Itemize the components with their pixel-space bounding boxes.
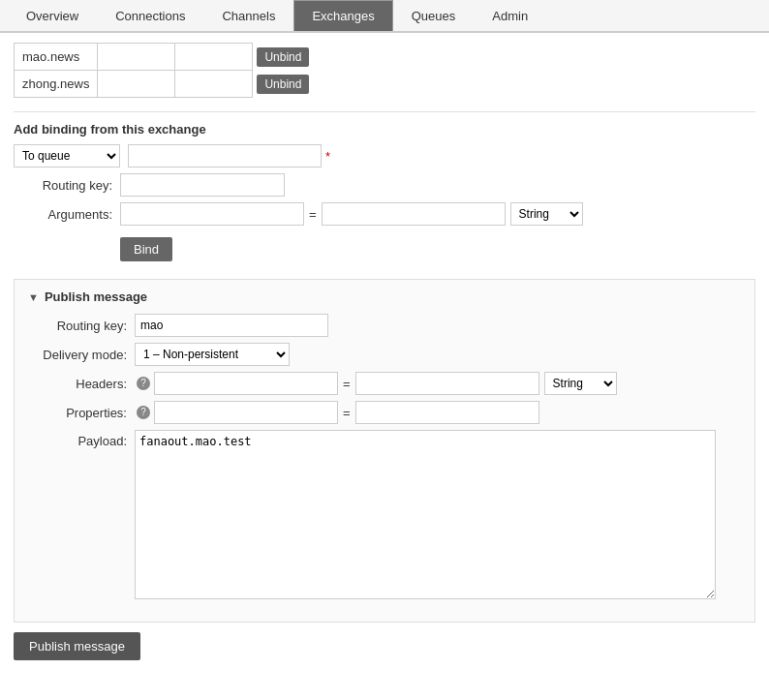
tab-queues[interactable]: Queues xyxy=(393,0,475,31)
tab-channels[interactable]: Channels xyxy=(203,0,293,31)
tab-overview[interactable]: Overview xyxy=(8,0,97,31)
publish-routing-key-row: Routing key: xyxy=(28,314,741,337)
headers-help-icon: ? xyxy=(137,377,150,390)
collapse-icon: ▼ xyxy=(28,291,39,303)
publish-headers-equals: = xyxy=(343,377,351,391)
tab-connections[interactable]: Connections xyxy=(97,0,203,31)
publish-section: ▼ Publish message Routing key: Delivery … xyxy=(14,279,755,623)
publish-headers-row: Headers: ? = String xyxy=(28,372,741,395)
publish-headers-value-input[interactable] xyxy=(355,372,539,395)
unbind-button-zhong[interactable]: Unbind xyxy=(257,75,309,94)
publish-properties-value-input[interactable] xyxy=(355,401,539,424)
publish-delivery-mode-select[interactable]: 1 – Non-persistent 2 – Persistent xyxy=(135,343,290,366)
arguments-type-select[interactable]: String xyxy=(510,202,583,226)
tab-admin[interactable]: Admin xyxy=(474,0,546,31)
publish-routing-key-input[interactable] xyxy=(135,314,328,337)
publish-properties-equals: = xyxy=(343,406,351,420)
equals-sign: = xyxy=(309,207,317,222)
publish-payload-row: Payload: xyxy=(28,430,741,602)
binding-col3-zhong xyxy=(175,71,253,98)
publish-headers-label: Headers: xyxy=(28,377,135,391)
binding-col2-mao xyxy=(98,44,175,71)
publish-payload-textarea[interactable] xyxy=(135,430,716,599)
publish-delivery-mode-label: Delivery mode: xyxy=(28,348,135,362)
publish-headers-type-select[interactable]: String xyxy=(544,372,617,395)
bind-button[interactable]: Bind xyxy=(120,237,172,261)
required-star: * xyxy=(325,149,330,164)
publish-section-label: Publish message xyxy=(45,289,147,304)
binding-col2-zhong xyxy=(98,71,175,98)
nav-tabs: Overview Connections Channels Exchanges … xyxy=(0,0,769,33)
publish-message-button[interactable]: Publish message xyxy=(14,632,140,660)
arguments-value-input[interactable] xyxy=(322,202,506,226)
binding-name-zhong: zhong.news xyxy=(15,71,98,98)
to-queue-row: To queue To exchange * xyxy=(14,144,755,167)
payload-container xyxy=(135,430,716,602)
publish-payload-label: Payload: xyxy=(28,430,135,448)
bindings-table: mao.news Unbind zhong.news Unbind xyxy=(14,43,330,98)
routing-key-label: Routing key: xyxy=(14,178,120,193)
publish-header[interactable]: ▼ Publish message xyxy=(28,289,741,304)
binding-name-mao: mao.news xyxy=(15,44,98,71)
properties-help-icon: ? xyxy=(137,406,150,419)
unbind-button-mao[interactable]: Unbind xyxy=(257,47,309,67)
tab-exchanges[interactable]: Exchanges xyxy=(293,0,392,31)
add-binding-header: Add binding from this exchange xyxy=(14,111,755,137)
to-queue-select[interactable]: To queue To exchange xyxy=(14,144,120,167)
publish-routing-key-label: Routing key: xyxy=(28,319,135,333)
to-queue-input[interactable] xyxy=(128,144,322,167)
publish-properties-key-input[interactable] xyxy=(154,401,338,424)
publish-headers-key-input[interactable] xyxy=(154,372,338,395)
arguments-row: Arguments: = String xyxy=(14,202,755,226)
arguments-key-input[interactable] xyxy=(120,202,304,226)
publish-delivery-mode-row: Delivery mode: 1 – Non-persistent 2 – Pe… xyxy=(28,343,741,366)
binding-col3-mao xyxy=(175,44,253,71)
routing-key-row: Routing key: xyxy=(14,173,755,197)
routing-key-input[interactable] xyxy=(120,173,285,197)
table-row: zhong.news Unbind xyxy=(15,71,330,98)
table-row: mao.news Unbind xyxy=(15,44,330,71)
publish-properties-label: Properties: xyxy=(28,406,135,420)
arguments-label: Arguments: xyxy=(14,207,120,222)
publish-properties-row: Properties: ? = xyxy=(28,401,741,424)
